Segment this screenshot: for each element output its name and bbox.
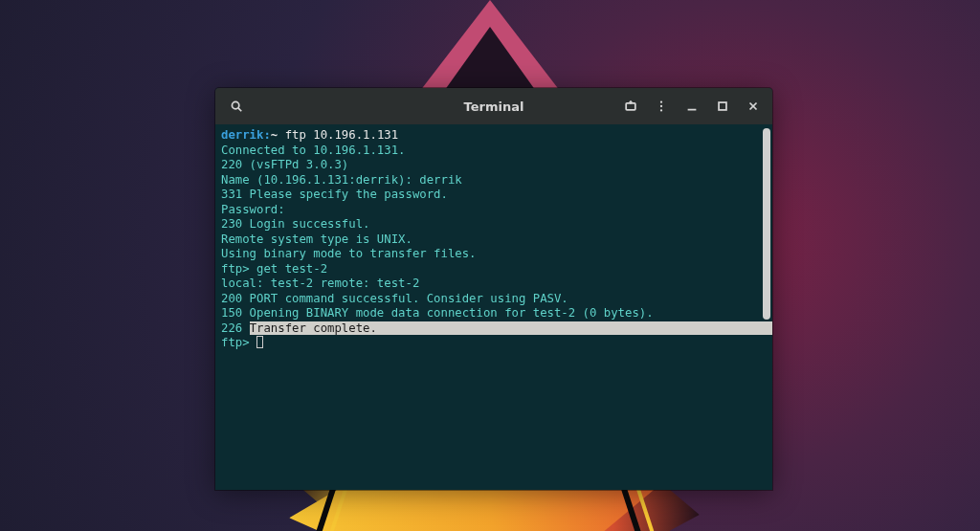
ftp-prompt: ftp> [221, 336, 256, 349]
svg-point-5 [660, 100, 662, 102]
terminal-line: 150 Opening BINARY mode data connection … [221, 306, 772, 321]
maximize-button[interactable] [709, 93, 736, 120]
prompt-sep2 [278, 128, 284, 142]
new-tab-icon [624, 100, 637, 113]
selected-text-pad [377, 321, 772, 335]
selected-text: Transfer complete. [250, 321, 377, 335]
prompt-user: derrik [221, 128, 263, 142]
terminal-line: 220 (vsFTPd 3.0.3) [221, 158, 772, 173]
terminal-line: derrik:~ ftp 10.196.1.131 [221, 128, 772, 144]
menu-button[interactable] [648, 93, 675, 120]
terminal-line: 226 Transfer complete. [221, 321, 772, 337]
terminal-line: local: test-2 remote: test-2 [221, 277, 772, 292]
terminal-window: Terminal derrik:~ ftp 10.196.1.131 Conne… [215, 88, 772, 490]
scrollbar-thumb[interactable] [763, 128, 770, 320]
terminal-line: Name (10.196.1.131:derrik): derrik [221, 173, 772, 188]
prompt-sep: : [263, 128, 270, 142]
output-code: 226 [221, 321, 250, 335]
svg-rect-2 [626, 103, 635, 110]
terminal-line: ftp> [221, 336, 772, 351]
terminal-line: 331 Please specify the password. [221, 188, 772, 203]
terminal-line: Connected to 10.196.1.131. [221, 144, 772, 159]
terminal-line: 200 PORT command successful. Consider us… [221, 292, 772, 307]
window-titlebar[interactable]: Terminal [215, 88, 772, 124]
close-button[interactable] [740, 93, 767, 120]
terminal-line: 230 Login successful. [221, 217, 772, 232]
command-text: ftp 10.196.1.131 [285, 128, 398, 142]
cursor [256, 336, 263, 348]
terminal-line: ftp> get test-2 [221, 262, 772, 277]
search-icon [230, 100, 243, 113]
kebab-menu-icon [655, 100, 668, 113]
svg-point-7 [660, 109, 662, 111]
search-button[interactable] [223, 93, 250, 120]
svg-line-1 [238, 108, 241, 111]
maximize-icon [716, 100, 729, 113]
svg-point-6 [660, 105, 662, 107]
minimize-icon [685, 100, 699, 113]
terminal-body[interactable]: derrik:~ ftp 10.196.1.131 Connected to 1… [215, 124, 772, 490]
svg-rect-9 [719, 102, 726, 110]
svg-point-0 [232, 101, 238, 108]
terminal-line: Remote system type is UNIX. [221, 232, 772, 248]
terminal-line: Password: [221, 203, 772, 218]
new-tab-button[interactable] [617, 93, 644, 120]
close-icon [746, 100, 760, 113]
minimize-button[interactable] [679, 93, 705, 120]
terminal-line: Using binary mode to transfer files. [221, 247, 772, 262]
